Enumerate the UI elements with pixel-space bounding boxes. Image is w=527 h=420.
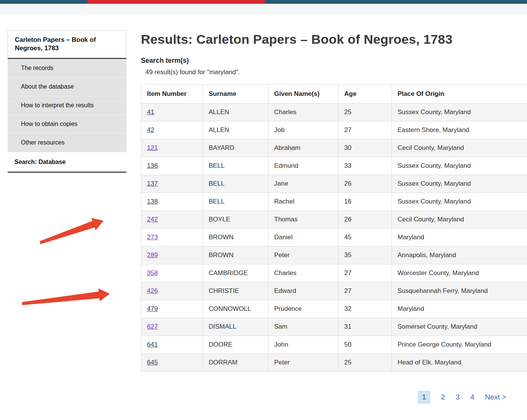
top-banner-bar (0, 0, 527, 4)
table-row: 645 DORRAM Peter 25 Head of Elk, Marylan… (141, 354, 527, 372)
table-row: 242 BOYLE Thomas 26 Cecil County, Maryla… (141, 211, 527, 229)
given-name-cell: Jane (268, 175, 339, 193)
surname-cell: CHRISTIE (203, 282, 268, 300)
pagination-page-link[interactable]: 4 (470, 393, 474, 401)
sidebar-item[interactable]: About the database (8, 78, 126, 96)
item-number-cell: 627 (141, 318, 203, 336)
item-number-cell: 645 (141, 354, 203, 372)
item-number-link[interactable]: 426 (147, 287, 158, 294)
surname-cell: BELL (203, 157, 268, 175)
age-cell: 30 (339, 139, 392, 157)
pagination-current-page[interactable]: 1 (418, 391, 430, 404)
age-cell: 27 (339, 282, 392, 300)
surname-cell: ALLEN (203, 121, 268, 139)
item-number-cell: 479 (141, 300, 203, 318)
place-of-origin-cell: Worcester County, Maryland (392, 264, 527, 282)
item-number-link[interactable]: 479 (147, 305, 158, 312)
table-row: 627 DISMALL Sam 31 Somerset County, Mary… (141, 318, 527, 336)
surname-cell: BROWN (203, 229, 268, 247)
age-cell: 35 (339, 247, 392, 264)
table-row: 136 BELL Edmund 33 Sussex County, Maryla… (141, 157, 527, 175)
main-content: Results: Carleton Papers – Book of Negro… (141, 29, 527, 404)
item-number-link[interactable]: 645 (147, 359, 158, 366)
item-number-link[interactable]: 358 (147, 269, 158, 277)
table-row: 138 BELL Rachel 16 Sussex County, Maryla… (141, 193, 527, 211)
given-name-cell: Thomas (268, 211, 339, 229)
column-header: Given Name(s) (268, 85, 339, 103)
pagination-pages: 234 (441, 393, 474, 401)
pagination-next-link[interactable]: Next > (485, 393, 506, 401)
age-cell: 32 (339, 300, 392, 318)
place-of-origin-cell: Sussex County, Maryland (392, 193, 527, 211)
given-name-cell: Peter (268, 247, 339, 264)
age-cell: 27 (339, 121, 392, 139)
annotation-arrow-2 (21, 288, 112, 307)
age-cell: 45 (339, 229, 392, 247)
table-row: 479 CONNOWOLL Prudence 32 Maryland (141, 300, 527, 318)
item-number-link[interactable]: 273 (147, 234, 158, 241)
place-of-origin-cell: Eastern Shore, Maryland (392, 121, 527, 139)
item-number-cell: 136 (141, 157, 203, 175)
item-number-link[interactable]: 289 (147, 251, 158, 259)
sidebar-item[interactable]: How to obtain copies (8, 115, 126, 134)
item-number-cell: 273 (141, 229, 203, 247)
age-cell: 25 (339, 103, 392, 121)
given-name-cell: John (268, 336, 339, 354)
sidebar-item[interactable]: How to interpret the results (8, 96, 126, 115)
item-number-cell: 42 (141, 121, 203, 139)
surname-cell: BOYLE (203, 211, 268, 229)
item-number-link[interactable]: 641 (147, 341, 158, 348)
sidebar-menu: The recordsAbout the databaseHow to inte… (8, 59, 126, 152)
age-cell: 27 (339, 264, 392, 282)
sidebar: Carleton Papers – Book of Negroes, 1783 … (8, 30, 126, 173)
column-header: Age (339, 85, 392, 103)
item-number-link[interactable]: 137 (147, 180, 158, 187)
given-name-cell: Edward (268, 282, 339, 300)
sidebar-item[interactable]: Other resources (8, 134, 126, 152)
item-number-link[interactable]: 242 (147, 216, 158, 223)
surname-cell: CONNOWOLL (203, 300, 268, 318)
sidebar-search-database[interactable]: Search: Database (8, 152, 126, 173)
item-number-link[interactable]: 41 (147, 108, 154, 116)
place-of-origin-cell: Sussex County, Maryland (392, 157, 527, 175)
given-name-cell: Sam (268, 318, 339, 336)
surname-cell: BELL (203, 193, 268, 211)
item-number-link[interactable]: 121 (147, 144, 158, 151)
given-name-cell: Charles (268, 264, 339, 282)
item-number-link[interactable]: 136 (147, 162, 158, 169)
given-name-cell: Peter (268, 354, 339, 372)
given-name-cell: Charles (268, 103, 339, 121)
column-header: Surname (203, 85, 268, 103)
item-number-link[interactable]: 138 (147, 198, 158, 205)
age-cell: 26 (339, 175, 392, 193)
surname-cell: DOORE (203, 336, 268, 354)
sidebar-item[interactable]: The records (8, 59, 126, 78)
pagination-page-link[interactable]: 2 (441, 393, 445, 401)
given-name-cell: Edmund (268, 157, 339, 175)
item-number-link[interactable]: 627 (147, 323, 158, 330)
surname-cell: DISMALL (203, 318, 268, 336)
results-table-body: 41 ALLEN Charles 25 Sussex County, Maryl… (141, 103, 527, 372)
table-row: 137 BELL Jane 26 Sussex County, Maryland (141, 175, 527, 193)
age-cell: 31 (339, 318, 392, 336)
table-row: 426 CHRISTIE Edward 27 Susquehannah Ferr… (141, 282, 527, 300)
header-strip (0, 4, 527, 14)
item-number-cell: 426 (141, 282, 203, 300)
place-of-origin-cell: Prince George County, Maryland (392, 336, 527, 354)
table-row: 358 CAMBRIDGE Charles 27 Worcester Count… (141, 264, 527, 282)
place-of-origin-cell: Cecil County, Maryland (392, 211, 527, 229)
results-table: Item NumberSurnameGiven Name(s)AgePlace … (141, 84, 527, 372)
table-row: 289 BROWN Peter 35 Annapolis, Maryland (141, 247, 527, 264)
item-number-cell: 289 (141, 247, 203, 264)
surname-cell: BELL (203, 175, 268, 193)
age-cell: 26 (339, 211, 392, 229)
item-number-cell: 121 (141, 139, 203, 157)
pagination-page-link[interactable]: 3 (455, 393, 460, 401)
results-table-header-row: Item NumberSurnameGiven Name(s)AgePlace … (141, 85, 527, 103)
item-number-link[interactable]: 42 (147, 126, 154, 134)
surname-cell: DORRAM (203, 354, 268, 372)
place-of-origin-cell: Sussex County, Maryland (392, 175, 527, 193)
surname-cell: BAYARD (203, 139, 268, 157)
table-row: 41 ALLEN Charles 25 Sussex County, Maryl… (141, 103, 527, 121)
item-number-cell: 137 (141, 175, 203, 193)
